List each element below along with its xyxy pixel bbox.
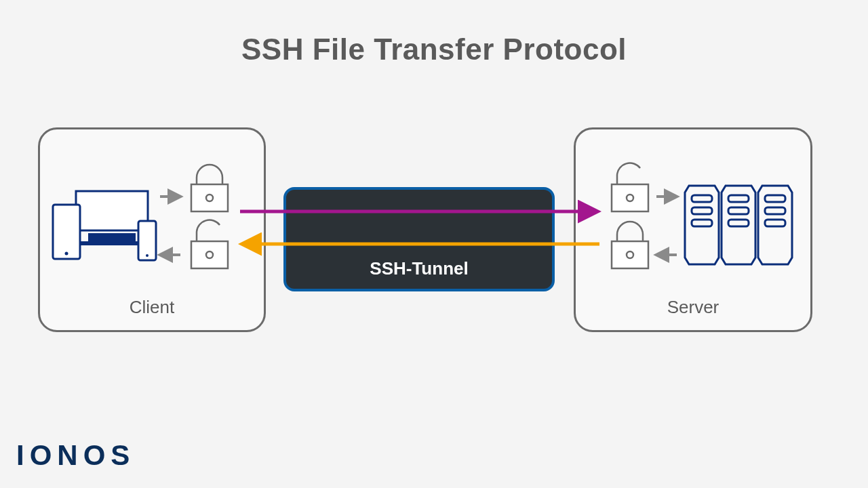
client-box: Client — [38, 127, 266, 332]
server-label: Server — [576, 297, 810, 318]
client-label: Client — [40, 297, 264, 318]
ssh-tunnel-label: SSH-Tunnel — [370, 258, 468, 279]
ssh-tunnel-box: SSH-Tunnel — [283, 187, 555, 291]
server-box: Server — [574, 127, 812, 332]
diagram-container: Client Server SSH-Tunnel — [0, 122, 868, 352]
brand-logo: IONOS — [16, 439, 135, 472]
page-title: SSH File Transfer Protocol — [0, 33, 868, 66]
